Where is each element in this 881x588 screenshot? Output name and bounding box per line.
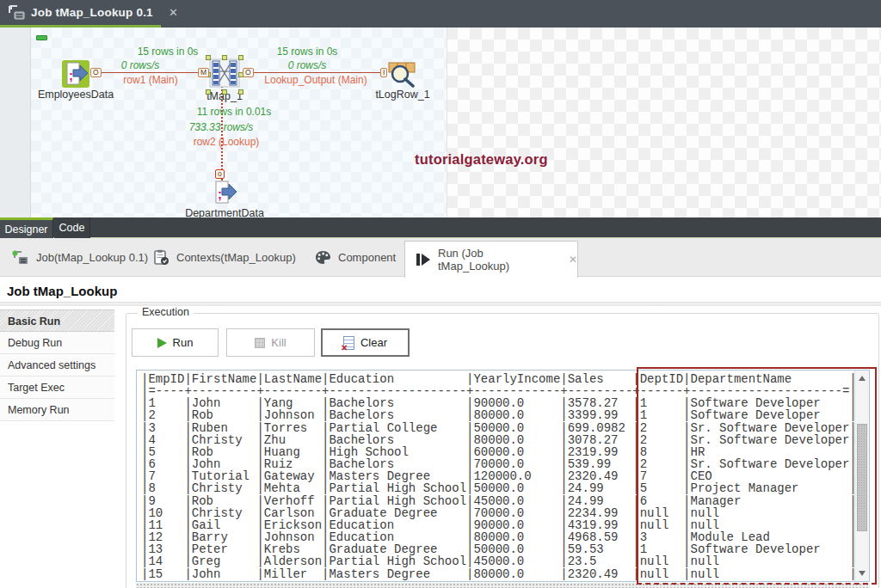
component-palette-icon bbox=[315, 250, 331, 265]
port-log-in[interactable]: I bbox=[380, 68, 387, 77]
tab-run-close-icon[interactable]: ✕ bbox=[569, 254, 577, 266]
connection-lookup-output[interactable] bbox=[246, 72, 384, 73]
tab-contexts[interactable]: Contexts(tMap_Lookup) bbox=[153, 238, 296, 277]
sidebar-item-debug-run[interactable]: Debug Run bbox=[0, 332, 114, 354]
design-canvas[interactable]: ; EmployeesData O bbox=[31, 28, 447, 217]
component-tmap[interactable] bbox=[209, 58, 240, 91]
page-title: Job tMap_Lookup bbox=[7, 284, 117, 298]
row2-rowcount: 11 rows in 0.01s bbox=[169, 106, 299, 118]
minimized-subjob-chip[interactable] bbox=[36, 35, 47, 40]
row1-rate: 0 rows/s bbox=[89, 59, 192, 71]
row1-label[interactable]: row1 (Main) bbox=[99, 74, 202, 86]
port-lookup[interactable]: o bbox=[215, 169, 225, 179]
job-icon bbox=[12, 250, 29, 266]
tab-component[interactable]: Component bbox=[315, 238, 396, 277]
sidebar-item-advanced-settings[interactable]: Advanced settings bbox=[0, 354, 114, 377]
port-out1[interactable]: O bbox=[90, 68, 102, 77]
component-employeesdata[interactable]: ; bbox=[62, 60, 89, 91]
run-button[interactable]: Run bbox=[132, 328, 219, 357]
close-tab-icon[interactable]: ✕ bbox=[169, 6, 178, 19]
clear-icon bbox=[343, 336, 354, 350]
component-label-tlogrow[interactable]: tLogRow_1 bbox=[360, 89, 446, 101]
selection-handle[interactable] bbox=[238, 89, 243, 95]
tab-code[interactable]: Code bbox=[54, 217, 90, 238]
job-document-icon bbox=[7, 4, 26, 25]
row2-label[interactable]: row2 (Lookup) bbox=[162, 136, 291, 148]
play-icon bbox=[157, 338, 167, 348]
scrollbar-thumb[interactable] bbox=[857, 424, 867, 531]
clear-button[interactable]: Clear bbox=[321, 328, 410, 357]
port-main-in[interactable]: M bbox=[198, 68, 209, 77]
row1-rowcount: 15 rows in 0s bbox=[103, 46, 232, 58]
svg-text:;: ; bbox=[218, 187, 222, 201]
editor-titlebar: Job tMap_Lookup 0.1 ✕ bbox=[0, 0, 881, 28]
run-view-icon bbox=[416, 253, 431, 266]
lookup-output-rowcount: 15 rows in 0s bbox=[243, 46, 372, 58]
tab-job[interactable]: Job(tMap_Lookup 0.1) bbox=[12, 238, 148, 277]
run-button-label: Run bbox=[173, 336, 194, 349]
kill-button-label: Kill bbox=[271, 336, 286, 349]
console-output-text[interactable]: |EmpID|FirstName|LastName|Education |Yea… bbox=[137, 371, 869, 580]
connection-row1[interactable] bbox=[91, 72, 212, 73]
svg-text:;: ; bbox=[69, 68, 73, 83]
lookup-output-rate: 0 rows/s bbox=[256, 59, 359, 71]
file-input-icon: ; bbox=[211, 179, 238, 206]
scroll-down-icon[interactable] bbox=[859, 571, 866, 576]
component-label-departmentdata[interactable]: DepartmentData bbox=[173, 207, 276, 217]
run-sidebar: Basic Run Debug Run Advanced settings Ta… bbox=[0, 309, 114, 421]
component-tlogrow[interactable] bbox=[387, 60, 416, 91]
contexts-icon bbox=[153, 249, 169, 266]
port-out2[interactable]: O bbox=[243, 68, 254, 77]
tlogrow-icon bbox=[387, 60, 416, 88]
sidebar-item-memory-run[interactable]: Memory Run bbox=[0, 399, 114, 421]
tmap-icon bbox=[209, 58, 240, 88]
selection-handle[interactable] bbox=[222, 55, 227, 60]
console-horizontal-scrollbar[interactable] bbox=[136, 583, 870, 588]
tab-job-label: Job(tMap_Lookup 0.1) bbox=[36, 251, 148, 264]
kill-icon bbox=[255, 338, 265, 348]
execution-group-label: Execution bbox=[138, 306, 194, 318]
selection-handle[interactable] bbox=[238, 55, 243, 60]
console-vertical-scrollbar[interactable] bbox=[854, 371, 869, 581]
watermark-text: tutorialgateway.org bbox=[415, 151, 548, 168]
row2-rate: 733.33 rows/s bbox=[157, 121, 286, 133]
tab-designer[interactable]: Designer bbox=[0, 217, 53, 238]
selection-handle[interactable] bbox=[222, 89, 227, 95]
tab-component-label: Component bbox=[338, 251, 396, 264]
file-input-icon: ; bbox=[62, 60, 89, 88]
tab-run[interactable]: Run (Job tMap_Lookup) ✕ bbox=[404, 241, 578, 278]
palette-gutter bbox=[0, 28, 31, 217]
sidebar-item-basic-run[interactable]: Basic Run bbox=[0, 309, 114, 332]
sidebar-item-target-exec[interactable]: Target Exec bbox=[0, 377, 114, 399]
selection-handle[interactable] bbox=[206, 55, 211, 60]
tab-run-label: Run (Job tMap_Lookup) bbox=[438, 247, 553, 273]
component-label-employeesdata[interactable]: EmployeesData bbox=[33, 89, 119, 101]
editor-mode-tabstrip: Designer Code bbox=[0, 217, 881, 238]
view-tabbar: Job(tMap_Lookup 0.1) Contexts(tMap_Looku… bbox=[0, 238, 881, 277]
lookup-output-label[interactable]: Lookup_Output (Main) bbox=[251, 74, 380, 86]
component-departmentdata[interactable]: ; bbox=[211, 179, 238, 210]
selection-handle[interactable] bbox=[206, 89, 211, 95]
tab-contexts-label: Contexts(tMap_Lookup) bbox=[176, 251, 296, 264]
talend-studio-window: Job tMap_Lookup 0.1 ✕ ; Employee bbox=[0, 0, 881, 588]
clear-button-label: Clear bbox=[360, 336, 387, 349]
execution-console[interactable]: |EmpID|FirstName|LastName|Education |Yea… bbox=[136, 370, 870, 582]
job-design-workspace: ; EmployeesData O bbox=[0, 28, 881, 217]
window-tab-title: Job tMap_Lookup 0.1 bbox=[31, 6, 153, 19]
scroll-up-icon[interactable] bbox=[859, 376, 866, 381]
kill-button[interactable]: Kill bbox=[226, 328, 315, 357]
run-job-view: Basic Run Debug Run Advanced settings Ta… bbox=[0, 306, 881, 588]
